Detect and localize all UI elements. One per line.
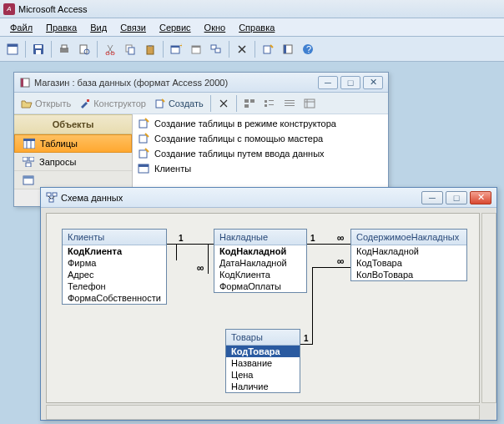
nav-queries-label: Запросы (39, 157, 76, 167)
menu-relations[interactable]: Связи (115, 21, 151, 34)
table-title[interactable]: СодержимоеНакладных (351, 230, 466, 245)
designer-button[interactable]: Конструктор (76, 97, 149, 110)
field[interactable]: Наличие (226, 381, 300, 392)
save-icon[interactable] (29, 40, 48, 58)
svg-rect-24 (284, 45, 286, 53)
svg-rect-12 (129, 48, 134, 54)
forms-icon (23, 175, 34, 185)
field-pk[interactable]: КодКлиента (63, 245, 166, 257)
svg-rect-40 (285, 105, 295, 106)
field[interactable]: КодКлиента (214, 269, 306, 280)
database-window-titlebar[interactable]: Магазин : база данных (формат Access 200… (14, 73, 388, 93)
field[interactable]: ФормаОплаты (214, 280, 306, 292)
field[interactable]: Фирма (63, 257, 166, 269)
table-clients[interactable]: Клиенты (134, 161, 386, 176)
svg-rect-35 (269, 100, 274, 101)
field[interactable]: Цена (226, 369, 300, 381)
print-icon[interactable] (55, 40, 73, 58)
field[interactable]: КолВоТовара (351, 269, 466, 280)
menu-help[interactable]: Справка (234, 21, 280, 34)
minimize-button[interactable]: ─ (421, 191, 443, 204)
cut-icon[interactable] (101, 40, 119, 58)
schema-titlebar[interactable]: Схема данных ─ □ ✕ (41, 188, 496, 208)
schema-window-title: Схема данных (61, 193, 123, 203)
close-button[interactable]: ✕ (363, 76, 383, 89)
menu-service[interactable]: Сервис (154, 21, 196, 34)
schema-inner: 1 ∞ 1 ∞ 1 ∞ Клиенты КодКлиента Фирма Адр… (46, 213, 480, 403)
field[interactable]: КодТовара (351, 257, 466, 269)
app-titlebar: A Microsoft Access (0, 0, 504, 18)
open-icon (21, 98, 33, 109)
database-icon[interactable] (279, 40, 297, 58)
field[interactable]: ДатаНакладной (214, 257, 306, 269)
large-icons-icon[interactable] (240, 94, 259, 113)
table-title[interactable]: Товары (226, 330, 300, 346)
table-box-goods[interactable]: Товары КодТовара Название Цена Наличие (225, 329, 300, 393)
table-box-invoices[interactable]: Накладные КодНакладной ДатаНакладной Код… (214, 229, 307, 293)
table-box-clients[interactable]: Клиенты КодКлиента Фирма Адрес Телефон Ф… (62, 229, 167, 305)
show-all-icon[interactable] (207, 40, 225, 58)
field[interactable]: КодНакладной (351, 245, 466, 257)
db-window-icon (19, 77, 31, 88)
field-pk[interactable]: КодНакладной (214, 245, 306, 257)
svg-rect-60 (49, 199, 53, 202)
svg-text:?: ? (306, 44, 311, 54)
field[interactable]: Адрес (63, 269, 166, 280)
svg-rect-50 (26, 163, 31, 167)
wizard-icon (138, 148, 149, 159)
list-icon[interactable] (280, 94, 299, 113)
scrollbar-vertical[interactable] (481, 213, 496, 403)
svg-rect-21 (215, 48, 220, 53)
create-table-wizard[interactable]: Создание таблицы с помощью мастера (134, 131, 386, 146)
svg-rect-19 (192, 46, 200, 48)
menu-edit[interactable]: Правка (41, 21, 82, 34)
svg-rect-33 (244, 104, 249, 108)
toolbar-separator (51, 41, 52, 58)
details-icon[interactable] (300, 94, 319, 113)
schema-window: Схема данных ─ □ ✕ 1 ∞ 1 ∞ 1 ∞ Клиенты (40, 187, 497, 421)
copy-icon[interactable] (121, 40, 139, 58)
delete-object-icon[interactable] (214, 94, 233, 113)
field[interactable]: ФормаСобственности (63, 292, 166, 304)
create-table-designer[interactable]: Создание таблицы в режиме конструктора (134, 116, 386, 131)
svg-rect-48 (23, 157, 28, 161)
print-preview-icon[interactable] (75, 40, 93, 58)
minimize-button[interactable]: ─ (318, 76, 338, 89)
field-pk-selected[interactable]: КодТовара (226, 346, 300, 357)
new-object-icon[interactable] (259, 40, 277, 58)
maximize-button[interactable]: □ (340, 76, 360, 89)
svg-rect-4 (36, 50, 41, 54)
svg-rect-29 (87, 99, 89, 102)
field[interactable]: Телефон (63, 280, 166, 292)
table-title[interactable]: Накладные (214, 230, 306, 245)
menu-file[interactable]: Файл (5, 21, 38, 34)
svg-rect-22 (264, 46, 270, 53)
close-button[interactable]: ✕ (470, 191, 491, 204)
relation-one: 1 (304, 334, 309, 343)
open-button[interactable]: Открыть (18, 97, 74, 110)
table-title[interactable]: Клиенты (63, 230, 166, 245)
svg-rect-52 (23, 176, 33, 179)
maximize-button[interactable]: □ (446, 191, 467, 204)
help-icon[interactable]: ? (299, 40, 317, 58)
small-icons-icon[interactable] (260, 94, 279, 113)
toolbar-view-icon[interactable] (3, 40, 22, 58)
create-table-data-entry[interactable]: Создание таблицы путем ввода данных (134, 146, 386, 161)
table-box-contents[interactable]: СодержимоеНакладных КодНакладной КодТова… (350, 229, 467, 281)
menu-view[interactable]: Вид (85, 21, 112, 34)
field[interactable]: Название (226, 357, 300, 369)
create-button[interactable]: Создать (151, 97, 207, 110)
relation-one: 1 (310, 234, 315, 243)
nav-tables[interactable]: Таблицы (14, 134, 132, 153)
scrollbar-horizontal[interactable] (46, 405, 480, 420)
menu-window[interactable]: Окно (199, 21, 231, 34)
relation-many: ∞ (337, 255, 345, 267)
delete-icon[interactable] (233, 40, 251, 58)
add-table-icon[interactable]: + (167, 40, 185, 58)
schema-icon (46, 192, 58, 204)
access-app-icon: A (3, 3, 15, 15)
paste-icon[interactable] (141, 40, 159, 58)
schema-canvas[interactable]: 1 ∞ 1 ∞ 1 ∞ Клиенты КодКлиента Фирма Адр… (41, 208, 496, 420)
show-hidden-icon[interactable] (187, 40, 205, 58)
nav-queries[interactable]: Запросы (14, 153, 132, 171)
